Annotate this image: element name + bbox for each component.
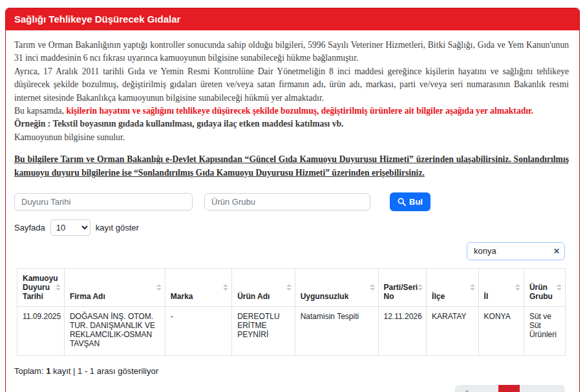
cell-marka: - (165, 306, 231, 355)
sort-icon (470, 284, 475, 291)
duyuru-tarihi-input[interactable] (14, 193, 193, 211)
cell-duyuru-tarihi: 11.09.2025 (17, 306, 65, 355)
cell-parti-seri-no: 12.11.2026 (378, 306, 427, 355)
cell-firma-adi: DOĞASAN İNŞ. OTOM. TUR. DANIŞMANLIK VE R… (64, 306, 165, 355)
intro-example: Örneğin : Tekstil boyasının gıdada kulla… (14, 118, 569, 130)
sort-icon (515, 284, 520, 291)
summary-label: Toplam: (14, 366, 44, 376)
previous-page-button[interactable]: Önceki (455, 385, 498, 392)
column-header-marka[interactable]: Marka (165, 268, 231, 306)
column-header-parti-seri-no[interactable]: Parti/Seri No (378, 268, 427, 306)
summary-rest: kayıt | 1 - 1 arası gösteriliyor (53, 366, 158, 376)
intro-text: Tarım ve Orman Bakanlığının yaptığı kont… (14, 39, 569, 180)
column-header-kamuoyu-duyuru-tarihi[interactable]: Kamuoyu Duyuru Tarihi (17, 268, 65, 306)
page-size-prefix-label: Sayfada (14, 223, 45, 232)
cell-urun-adi: DEREOTLU ERİTME PEYNİRİ (232, 306, 295, 355)
next-page-button[interactable]: Sonraki (520, 385, 565, 392)
page-title: Sağlığı Tehlikeye Düşürecek Gıdalar (6, 8, 579, 30)
column-header-label: Ürün Grubu (529, 283, 553, 301)
page-size-suffix-label: kayıt göster (96, 223, 139, 232)
sort-icon (286, 284, 292, 291)
column-header-label: Marka (171, 292, 193, 301)
intro-paragraph-3-highlight: kişilerin hayatını ve sağlığını tehlikey… (66, 106, 533, 116)
search-icon (398, 198, 406, 206)
cell-urun-grubu: Süt ve Süt Ürünleri (524, 306, 565, 355)
sort-icon (156, 284, 162, 291)
column-header-label: Kamuoyu Duyuru Tarihi (23, 274, 58, 301)
announcement-card: Sağlığı Tehlikeye Düşürecek Gıdalar Tarı… (5, 8, 580, 392)
current-page-button[interactable]: 1 (498, 385, 520, 392)
results-summary: Toplam: 1 kayıt | 1 - 1 arası gösteriliy… (14, 366, 569, 376)
table-row: 11.09.2025 DOĞASAN İNŞ. OTOM. TUR. DANIŞ… (17, 306, 566, 355)
summary-count: 1 (46, 366, 50, 376)
search-wrap: ✕ (467, 242, 565, 260)
column-header-label: Uygunsuzluk (301, 292, 349, 301)
legal-note: Bu bilgilere Tarım ve Orman Bakanlığı e-… (14, 153, 569, 180)
column-header-uygunsuzluk[interactable]: Uygunsuzluk (295, 268, 378, 306)
bul-button[interactable]: Bul (390, 192, 431, 211)
page-size-select[interactable]: 10 (50, 220, 90, 236)
intro-paragraph-2: Ayrıca, 17 Aralık 2011 tarihli Gıda ve Y… (14, 65, 569, 105)
bul-button-label: Bul (409, 197, 423, 207)
clear-search-icon[interactable]: ✕ (552, 246, 561, 256)
sort-icon (557, 284, 562, 291)
intro-paragraph-1: Tarım ve Orman Bakanlığının yaptığı kont… (14, 39, 569, 65)
column-header-label: Firma Adı (70, 292, 105, 301)
column-header-label: İl (484, 292, 489, 301)
column-header-firma-adi[interactable]: Firma Adı (64, 268, 165, 306)
cell-il: KONYA (478, 306, 524, 355)
sort-icon (56, 284, 61, 291)
card-body: Tarım ve Orman Bakanlığının yaptığı kont… (6, 30, 579, 392)
column-header-urun-grubu[interactable]: Ürün Grubu (524, 268, 565, 306)
column-header-ilce[interactable]: İlçe (427, 268, 479, 306)
intro-closing: Kamuoyunun bilgisine sunulur. (14, 131, 569, 144)
column-header-label: İlçe (432, 292, 445, 301)
table-header-row: Kamuoyu Duyuru Tarihi Firma Adı Marka Ür… (17, 268, 566, 306)
intro-paragraph-3-prefix: Bu kapsamda, (14, 106, 66, 116)
column-header-urun-adi[interactable]: Ürün Adı (232, 268, 295, 306)
column-header-label: Ürün Adı (237, 292, 270, 301)
intro-paragraph-3: Bu kapsamda, kişilerin hayatını ve sağlı… (14, 105, 569, 118)
pagination: Önceki 1 Sonraki (14, 385, 569, 392)
sort-icon (370, 284, 375, 291)
page-size-row: Sayfada 10 kayıt göster (14, 220, 569, 236)
results-table: Kamuoyu Duyuru Tarihi Firma Adı Marka Ür… (17, 268, 566, 356)
cell-ilce: KARATAY (427, 306, 479, 355)
search-input[interactable] (467, 242, 565, 260)
filter-bar: Bul (14, 192, 569, 211)
column-header-il[interactable]: İl (478, 268, 524, 306)
search-row: ✕ (14, 242, 569, 260)
sort-icon (223, 284, 228, 291)
sort-icon (418, 284, 423, 291)
cell-uygunsuzluk: Natamisin Tespiti (295, 306, 378, 355)
column-header-label: Parti/Seri No (384, 283, 418, 301)
urun-grubu-input[interactable] (204, 193, 370, 211)
